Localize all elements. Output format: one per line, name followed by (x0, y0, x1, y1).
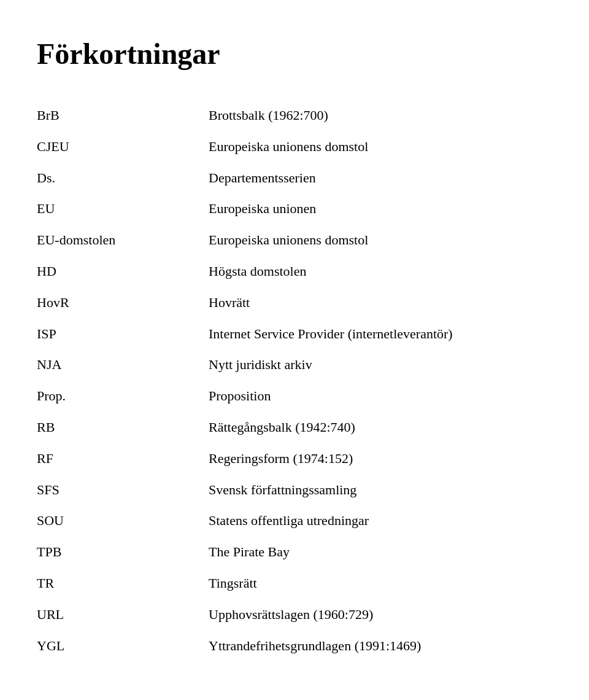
abbreviation-abbr: Prop. (37, 381, 209, 412)
abbreviation-abbr: TR (37, 568, 209, 599)
abbreviation-abbr: EU (37, 193, 209, 225)
abbreviation-abbr: CJEU (37, 131, 209, 163)
abbreviation-abbr: HD (37, 256, 209, 287)
table-row: CJEUEuropeiska unionens domstol (37, 131, 552, 163)
abbreviation-full: Hovrätt (209, 287, 552, 319)
abbreviation-abbr: YGL (37, 631, 209, 662)
abbreviation-full: Högsta domstolen (209, 256, 552, 287)
abbreviation-full: Rättegångsbalk (1942:740) (209, 412, 552, 443)
table-row: BrBBrottsbalk (1962:700) (37, 100, 552, 131)
table-row: NJANytt juridiskt arkiv (37, 349, 552, 381)
table-row: URLUpphovsrättslagen (1960:729) (37, 599, 552, 631)
abbreviation-full: Statens offentliga utredningar (209, 505, 552, 537)
page-title: Förkortningar (37, 37, 552, 71)
abbreviation-full: Departementsserien (209, 163, 552, 194)
table-row: EU-domstolenEuropeiska unionens domstol (37, 225, 552, 256)
table-row: SOUStatens offentliga utredningar (37, 505, 552, 537)
abbreviation-abbr: RB (37, 412, 209, 443)
abbreviation-table: BrBBrottsbalk (1962:700)CJEUEuropeiska u… (37, 100, 552, 661)
table-row: Ds.Departementsserien (37, 163, 552, 194)
abbreviation-abbr: TPB (37, 537, 209, 568)
table-row: RBRättegångsbalk (1942:740) (37, 412, 552, 443)
table-row: Prop.Proposition (37, 381, 552, 412)
table-row: EUEuropeiska unionen (37, 193, 552, 225)
abbreviation-full: The Pirate Bay (209, 537, 552, 568)
abbreviation-full: Europeiska unionen (209, 193, 552, 225)
table-row: TRTingsrätt (37, 568, 552, 599)
abbreviation-abbr: SOU (37, 505, 209, 537)
table-row: YGLYttrandefrihetsgrundlagen (1991:1469) (37, 631, 552, 662)
abbreviation-abbr: RF (37, 443, 209, 475)
abbreviation-full: Europeiska unionens domstol (209, 131, 552, 163)
table-row: SFSSvensk författningssamling (37, 475, 552, 506)
abbreviation-abbr: ISP (37, 319, 209, 350)
table-row: ISPInternet Service Provider (internetle… (37, 319, 552, 350)
abbreviation-full: Yttrandefrihetsgrundlagen (1991:1469) (209, 631, 552, 662)
abbreviation-abbr: BrB (37, 100, 209, 131)
abbreviation-abbr: NJA (37, 349, 209, 381)
abbreviation-full: Europeiska unionens domstol (209, 225, 552, 256)
table-row: RFRegeringsform (1974:152) (37, 443, 552, 475)
abbreviation-full: Regeringsform (1974:152) (209, 443, 552, 475)
abbreviation-full: Internet Service Provider (internetlever… (209, 319, 552, 350)
abbreviation-abbr: HovR (37, 287, 209, 319)
abbreviation-abbr: SFS (37, 475, 209, 506)
abbreviation-abbr: Ds. (37, 163, 209, 194)
abbreviation-full: Svensk författningssamling (209, 475, 552, 506)
abbreviation-abbr: URL (37, 599, 209, 631)
abbreviation-abbr: EU-domstolen (37, 225, 209, 256)
table-row: HDHögsta domstolen (37, 256, 552, 287)
table-row: TPBThe Pirate Bay (37, 537, 552, 568)
abbreviation-full: Upphovsrättslagen (1960:729) (209, 599, 552, 631)
table-row: HovRHovrätt (37, 287, 552, 319)
abbreviation-full: Tingsrätt (209, 568, 552, 599)
abbreviation-full: Brottsbalk (1962:700) (209, 100, 552, 131)
abbreviation-full: Proposition (209, 381, 552, 412)
abbreviation-full: Nytt juridiskt arkiv (209, 349, 552, 381)
